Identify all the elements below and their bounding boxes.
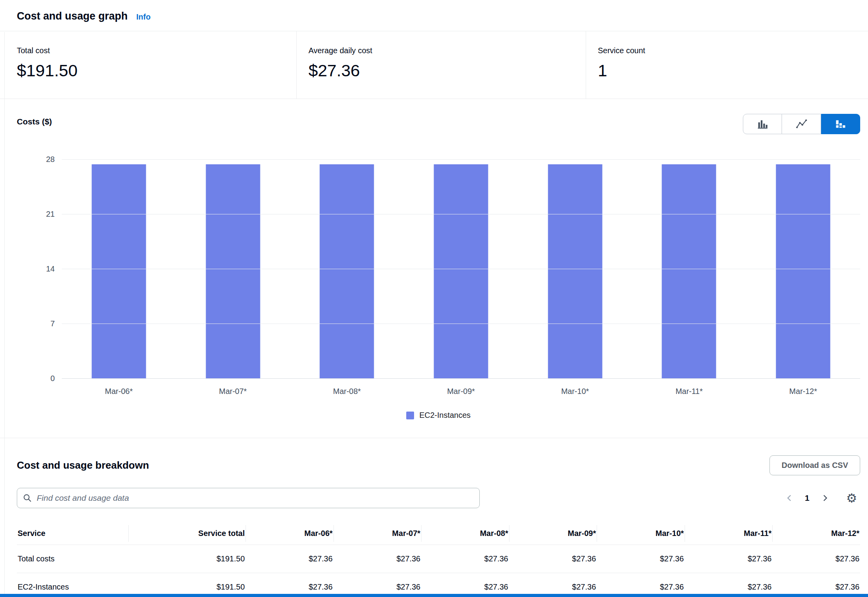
chart-bar[interactable] bbox=[662, 164, 716, 378]
next-page-button[interactable] bbox=[816, 494, 833, 502]
breakdown-header: Cost and usage breakdown Download as CSV bbox=[17, 455, 860, 475]
cost-explorer-page: Cost and usage graph Info Total cost $19… bbox=[0, 0, 868, 597]
pagination: 1 ⚙ bbox=[782, 492, 857, 504]
page-header: Cost and usage graph Info bbox=[0, 0, 868, 31]
table-row: EC2-Instances$191.50$27.36$27.36$27.36$2… bbox=[17, 573, 860, 597]
info-link[interactable]: Info bbox=[136, 13, 151, 22]
column-header: Mar-09* bbox=[509, 522, 597, 545]
cost-breakdown-table: ServiceService totalMar-06*Mar-07*Mar-08… bbox=[17, 522, 860, 597]
x-axis-label: Mar-10* bbox=[518, 387, 632, 396]
chart-section: Costs ($) bbox=[0, 99, 868, 420]
line-chart-icon bbox=[795, 117, 808, 131]
chart-header: Costs ($) bbox=[17, 114, 860, 134]
gridline bbox=[62, 269, 860, 269]
column-header: Mar-06* bbox=[246, 522, 334, 545]
x-axis-baseline bbox=[62, 378, 860, 379]
cost-value-cell: $27.36 bbox=[246, 545, 334, 573]
column-header: Mar-10* bbox=[597, 522, 685, 545]
bar-chart-toggle[interactable] bbox=[743, 114, 782, 134]
cost-value-cell: $27.36 bbox=[421, 573, 509, 597]
chart-bar[interactable] bbox=[91, 164, 146, 378]
line-chart-toggle[interactable] bbox=[782, 114, 821, 134]
chart-bar[interactable] bbox=[776, 164, 830, 378]
current-page-number[interactable]: 1 bbox=[798, 493, 817, 503]
cost-value-cell: $191.50 bbox=[128, 573, 246, 597]
stat-service-count: Service count 1 bbox=[586, 31, 868, 99]
table-controls: 1 ⚙ bbox=[17, 488, 860, 508]
chart-legend: EC2-Instances bbox=[17, 411, 860, 420]
x-axis-label: Mar-12* bbox=[746, 387, 860, 396]
y-axis-title: Costs ($) bbox=[17, 114, 52, 126]
column-header: Mar-07* bbox=[334, 522, 421, 545]
content-left-divider bbox=[4, 32, 5, 597]
table-row: Total costs$191.50$27.36$27.36$27.36$27.… bbox=[17, 545, 860, 573]
chart-bar[interactable] bbox=[548, 164, 602, 378]
breakdown-section: Cost and usage breakdown Download as CSV… bbox=[0, 455, 868, 597]
stat-value: $191.50 bbox=[17, 61, 285, 80]
y-axis-tick-label: 7 bbox=[50, 319, 55, 328]
x-axis-label: Mar-07* bbox=[176, 387, 290, 396]
previous-page-button[interactable] bbox=[782, 494, 798, 502]
y-axis-tick-label: 21 bbox=[46, 210, 55, 219]
cost-value-cell: $27.36 bbox=[509, 573, 597, 597]
cost-value-cell: $27.36 bbox=[685, 573, 773, 597]
cost-value-cell: $27.36 bbox=[772, 545, 860, 573]
legend-label[interactable]: EC2-Instances bbox=[419, 411, 470, 420]
chart-bar[interactable] bbox=[206, 164, 260, 378]
table-body: Total costs$191.50$27.36$27.36$27.36$27.… bbox=[17, 545, 860, 597]
stat-average-daily-cost: Average daily cost $27.36 bbox=[296, 31, 586, 99]
x-axis-labels: Mar-06*Mar-07*Mar-08*Mar-09*Mar-10*Mar-1… bbox=[62, 387, 860, 396]
chart-plot-area: 07142128 bbox=[17, 159, 860, 378]
chart-type-toggle-group bbox=[743, 114, 860, 134]
download-csv-button[interactable]: Download as CSV bbox=[769, 455, 860, 475]
table-settings-gear-icon[interactable]: ⚙ bbox=[846, 492, 857, 504]
cost-value-cell: $27.36 bbox=[334, 545, 421, 573]
y-axis-tick-label: 14 bbox=[46, 264, 55, 273]
section-divider bbox=[0, 438, 868, 438]
stat-value: 1 bbox=[598, 61, 856, 80]
cost-value-cell: $27.36 bbox=[597, 573, 685, 597]
chart-plot bbox=[62, 159, 860, 378]
table-header-row: ServiceService totalMar-06*Mar-07*Mar-08… bbox=[17, 522, 860, 545]
column-header: Mar-11* bbox=[685, 522, 773, 545]
cost-value-cell: $27.36 bbox=[597, 545, 685, 573]
y-axis-tick-label: 28 bbox=[46, 155, 55, 164]
x-axis-label: Mar-11* bbox=[632, 387, 746, 396]
stacked-bar-chart-icon bbox=[834, 117, 847, 131]
search-box[interactable] bbox=[17, 488, 480, 508]
column-header: Mar-08* bbox=[421, 522, 509, 545]
page-title: Cost and usage graph bbox=[17, 10, 128, 22]
bar-chart-icon bbox=[756, 117, 769, 131]
stat-label: Average daily cost bbox=[308, 46, 574, 55]
gridline bbox=[62, 214, 860, 214]
stat-label: Service count bbox=[598, 46, 856, 55]
breakdown-title: Cost and usage breakdown bbox=[17, 459, 149, 471]
stat-total-cost: Total cost $191.50 bbox=[0, 31, 296, 99]
gridline bbox=[62, 324, 860, 324]
legend-swatch bbox=[406, 412, 414, 419]
x-axis-label: Mar-08* bbox=[290, 387, 404, 396]
column-header: Service total bbox=[128, 522, 246, 545]
stat-value: $27.36 bbox=[308, 61, 574, 80]
x-axis-label: Mar-09* bbox=[404, 387, 518, 396]
stacked-bar-chart-toggle[interactable] bbox=[821, 114, 860, 134]
cost-value-cell: $27.36 bbox=[509, 545, 597, 573]
service-name-cell: Total costs bbox=[17, 545, 128, 573]
cost-value-cell: $191.50 bbox=[128, 545, 246, 573]
x-axis-label: Mar-06* bbox=[62, 387, 176, 396]
gridline bbox=[62, 159, 860, 160]
cost-value-cell: $27.36 bbox=[246, 573, 334, 597]
chart-bar[interactable] bbox=[434, 164, 488, 378]
search-icon bbox=[23, 493, 32, 503]
y-axis-tick-label: 0 bbox=[50, 374, 55, 383]
summary-stats: Total cost $191.50 Average daily cost $2… bbox=[0, 31, 868, 99]
stat-label: Total cost bbox=[17, 46, 285, 55]
column-header: Service bbox=[17, 522, 128, 545]
column-header: Mar-12* bbox=[772, 522, 860, 545]
cost-value-cell: $27.36 bbox=[772, 573, 860, 597]
cost-value-cell: $27.36 bbox=[421, 545, 509, 573]
search-input[interactable] bbox=[37, 493, 474, 503]
cost-value-cell: $27.36 bbox=[685, 545, 773, 573]
y-axis-labels: 07142128 bbox=[17, 159, 62, 378]
chart-bar[interactable] bbox=[320, 164, 374, 378]
